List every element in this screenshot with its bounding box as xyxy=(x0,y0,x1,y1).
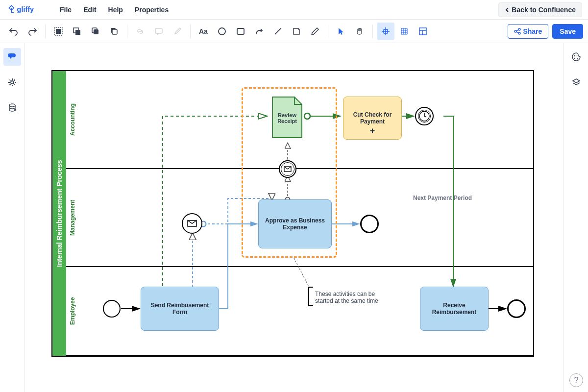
hand-tool-button[interactable] xyxy=(351,23,368,40)
share-label: Share xyxy=(523,27,542,35)
svg-point-11 xyxy=(219,28,225,35)
back-button[interactable] xyxy=(105,23,123,40)
pool-title: Internal Reimbursement Process xyxy=(52,71,66,356)
svg-point-19 xyxy=(573,55,574,56)
note-tool-button[interactable] xyxy=(288,23,305,40)
svg-rect-9 xyxy=(155,28,162,33)
canvas[interactable]: Internal Reimbursement Process Accountin… xyxy=(24,43,564,392)
cut-check-label: Cut Check for Payment xyxy=(345,111,399,125)
data-panel-button[interactable] xyxy=(3,99,21,117)
copy-button[interactable] xyxy=(68,23,86,40)
end-event-management[interactable] xyxy=(360,215,379,233)
shapes-panel-button[interactable] xyxy=(3,48,21,66)
lane-label-management: Management xyxy=(66,169,79,266)
layers-panel-button[interactable] xyxy=(567,74,585,91)
redo-button[interactable] xyxy=(24,23,41,40)
svg-point-16 xyxy=(518,32,520,34)
undo-button[interactable] xyxy=(5,23,23,40)
svg-point-20 xyxy=(574,58,575,59)
front-button[interactable] xyxy=(87,23,104,40)
svg-point-14 xyxy=(518,28,520,30)
menu-links: File Edit Help Properties xyxy=(60,6,169,14)
menu-help[interactable]: Help xyxy=(108,6,123,14)
svg-rect-13 xyxy=(419,28,426,35)
help-button[interactable]: ? xyxy=(569,373,583,387)
end-event-employee[interactable] xyxy=(507,299,526,318)
logo: gliffy xyxy=(6,4,50,16)
menu-bar: gliffy File Edit Help Properties Back to… xyxy=(0,0,588,20)
timer-event[interactable] xyxy=(415,107,434,125)
task-send-form[interactable]: Send Reimbusement Form xyxy=(141,287,219,331)
svg-rect-4 xyxy=(75,30,80,35)
start-event-employee[interactable] xyxy=(103,300,121,318)
message-event-management[interactable] xyxy=(182,213,202,234)
task-approve[interactable]: Approve as Business Expense xyxy=(258,199,332,248)
bpmn-pool[interactable]: Internal Reimbursement Process Accountin… xyxy=(51,70,534,357)
eyedropper-button[interactable] xyxy=(169,23,186,40)
text-tool-button[interactable]: Aa xyxy=(195,23,212,40)
group-button[interactable] xyxy=(49,23,67,40)
snap-button[interactable] xyxy=(377,23,394,40)
menu-file[interactable]: File xyxy=(60,6,72,14)
svg-rect-8 xyxy=(112,29,117,34)
left-sidebar xyxy=(0,43,24,392)
annotation-bracket xyxy=(308,287,313,306)
message-event-boundary[interactable] xyxy=(279,160,296,178)
task-cut-check[interactable]: Cut Check for Payment + xyxy=(343,97,402,140)
svg-rect-2 xyxy=(56,29,61,34)
back-to-confluence-button[interactable]: Back to Confluence xyxy=(498,2,582,17)
back-label: Back to Confluence xyxy=(512,6,576,14)
svg-text:gliffy: gliffy xyxy=(17,5,34,13)
pen-tool-button[interactable] xyxy=(306,23,324,40)
svg-point-15 xyxy=(514,30,516,32)
edge-label-next-payment: Next Payment Period xyxy=(413,195,472,201)
svg-point-21 xyxy=(576,58,577,59)
line-tool-button[interactable] xyxy=(269,23,287,40)
share-button[interactable]: Share xyxy=(508,24,548,39)
save-button[interactable]: Save xyxy=(552,24,583,39)
layout-button[interactable] xyxy=(414,23,432,40)
svg-point-17 xyxy=(11,81,14,84)
grid-button[interactable] xyxy=(395,23,413,40)
task-receive[interactable]: Receive Reimbursement xyxy=(420,287,489,331)
svg-point-18 xyxy=(9,104,15,107)
svg-text:Aa: Aa xyxy=(199,27,208,35)
approve-label: Approve as Business Expense xyxy=(261,217,329,231)
right-sidebar xyxy=(564,43,588,392)
link-button[interactable] xyxy=(131,23,149,40)
svg-rect-5 xyxy=(94,29,98,34)
circle-tool-button[interactable] xyxy=(213,23,231,40)
review-receipt-label: Review Receipt xyxy=(270,112,304,124)
subprocess-plus-icon: + xyxy=(370,126,375,136)
menu-edit[interactable]: Edit xyxy=(83,6,96,14)
toolbar: Aa Share Save xyxy=(0,20,588,43)
lane-label-accounting: Accounting xyxy=(66,71,79,168)
rect-tool-button[interactable] xyxy=(232,23,249,40)
svg-rect-12 xyxy=(237,28,244,34)
comment-button[interactable] xyxy=(150,23,168,40)
pointer-tool-button[interactable] xyxy=(332,23,350,40)
theme-panel-button[interactable] xyxy=(567,48,585,66)
send-form-label: Send Reimbusement Form xyxy=(143,302,217,316)
menu-properties[interactable]: Properties xyxy=(135,6,169,14)
receive-label: Receive Reimbursement xyxy=(422,302,486,316)
task-review-receipt[interactable]: Review Receipt xyxy=(270,95,304,139)
connector-tool-button[interactable] xyxy=(250,23,268,40)
settings-panel-button[interactable] xyxy=(3,74,21,91)
annotation-text[interactable]: These activities can be started at the s… xyxy=(315,291,389,304)
lane-label-employee: Employee xyxy=(66,267,79,355)
